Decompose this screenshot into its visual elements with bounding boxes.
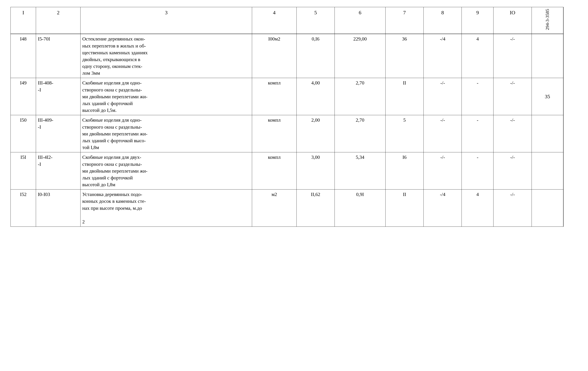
- header-col-1: I: [11, 7, 36, 34]
- row-code-149: III-408- -I: [36, 78, 81, 115]
- row-id-152: I52: [11, 190, 36, 227]
- row-col5-150: 2,00: [296, 115, 335, 152]
- row-unit-149: компл: [252, 78, 297, 115]
- row-col6-148: 229,00: [335, 34, 386, 78]
- row-unit-148: I00м2: [252, 34, 297, 78]
- table-row: I5I III-4I2- -I Скобяные изделия для дву…: [11, 152, 564, 190]
- row-unit-150: компл: [252, 115, 297, 152]
- row-col8-149: -/-: [424, 78, 462, 115]
- row-code-150: III-409- -I: [36, 115, 81, 152]
- header-col-7: 7: [386, 7, 424, 34]
- row-col5-149: 4,00: [296, 78, 335, 115]
- row-col10-148: -/-: [494, 34, 532, 78]
- row-col9-150: -: [462, 115, 494, 152]
- row-col7-149: II: [386, 78, 424, 115]
- row-col7-148: 36: [386, 34, 424, 78]
- row-col10-151: -/-: [494, 152, 532, 190]
- row-col8-150: -/-: [424, 115, 462, 152]
- row-col10-150: -/-: [494, 115, 532, 152]
- row-extra-148: [532, 34, 563, 78]
- row-subdesc-152: 2: [82, 219, 85, 224]
- table-row: I49 III-408- -I Скобяные изделия для одн…: [11, 78, 564, 115]
- table-row: I48 I5-70I Остекление деревянных окон- н…: [11, 34, 564, 78]
- row-col8-151: -/-: [424, 152, 462, 190]
- row-id-148: I48: [11, 34, 36, 78]
- row-col7-152: II: [386, 190, 424, 227]
- header-col-4: 4: [252, 7, 297, 34]
- header-col-6: 6: [335, 7, 386, 34]
- row-col10-152: -/-: [494, 190, 532, 227]
- row-col7-151: I6: [386, 152, 424, 190]
- row-col5-152: II,62: [296, 190, 335, 227]
- page-wrapper: I 2 3 4 5 6 7 8 9 IO 294-3-3585 I48 I5-7…: [10, 7, 578, 227]
- row-col6-149: 2,70: [335, 78, 386, 115]
- header-col-3: 3: [81, 7, 252, 34]
- row-col10-149: -/-: [494, 78, 532, 115]
- row-code-151: III-4I2- -I: [36, 152, 81, 190]
- header-col-9: 9: [462, 7, 494, 34]
- row-col9-149: -: [462, 78, 494, 115]
- row-col6-150: 2,70: [335, 115, 386, 152]
- table-row: I50 III-409- -I Скобяные изделия для одн…: [11, 115, 564, 152]
- header-col-5: 5: [296, 7, 335, 34]
- header-col-2: 2: [36, 7, 81, 34]
- row-desc-148: Остекление деревянных окон- ных переплет…: [81, 34, 252, 78]
- side-annotation-top: 294-3-3585: [544, 9, 551, 30]
- row-extra-152: [532, 190, 563, 227]
- row-col8-152: -/4: [424, 190, 462, 227]
- side-annotation-mid: 35: [545, 93, 550, 99]
- header-row: I 2 3 4 5 6 7 8 9 IO 294-3-3585: [11, 7, 564, 34]
- row-col8-148: -/4: [424, 34, 462, 78]
- row-desc-151: Скобяные изделия для двух- створного окн…: [81, 152, 252, 190]
- row-desc-152: Установка деревянных подо- конных досок …: [81, 190, 252, 227]
- header-col-11: 294-3-3585: [532, 7, 563, 34]
- row-id-151: I5I: [11, 152, 36, 190]
- row-col7-150: 5: [386, 115, 424, 152]
- row-col9-152: 4: [462, 190, 494, 227]
- row-id-149: I49: [11, 78, 36, 115]
- header-col-10: IO: [494, 7, 532, 34]
- row-code-152: I0-I03: [36, 190, 81, 227]
- row-col9-148: 4: [462, 34, 494, 78]
- row-desc-150: Скобяные изделия для одно- створного окн…: [81, 115, 252, 152]
- main-table: I 2 3 4 5 6 7 8 9 IO 294-3-3585 I48 I5-7…: [10, 7, 564, 227]
- row-col5-151: 3,00: [296, 152, 335, 190]
- row-id-150: I50: [11, 115, 36, 152]
- row-extra-149: 35: [532, 78, 563, 115]
- row-desc-149: Скобяные изделия для одно- створного окн…: [81, 78, 252, 115]
- table-row: I52 I0-I03 Установка деревянных подо- ко…: [11, 190, 564, 227]
- row-col9-151: -: [462, 152, 494, 190]
- row-unit-152: м2: [252, 190, 297, 227]
- row-extra-150: [532, 115, 563, 152]
- row-code-148: I5-70I: [36, 34, 81, 78]
- row-col6-152: 0,9I: [335, 190, 386, 227]
- row-extra-151: [532, 152, 563, 190]
- row-unit-151: компл: [252, 152, 297, 190]
- row-col5-148: 0,I6: [296, 34, 335, 78]
- header-col-8: 8: [424, 7, 462, 34]
- row-col6-151: 5,34: [335, 152, 386, 190]
